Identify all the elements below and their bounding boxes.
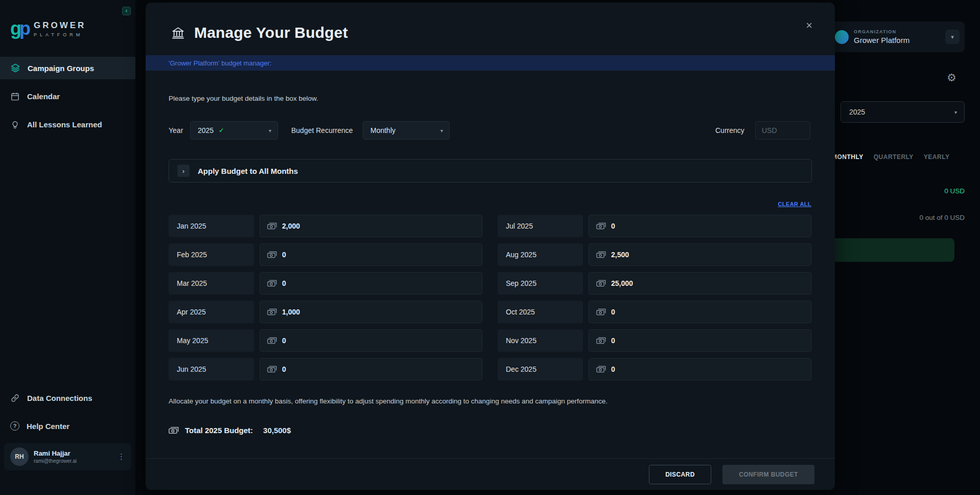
- clear-all-link[interactable]: CLEAR ALL: [778, 201, 811, 207]
- month-budget-input[interactable]: 1,000: [260, 301, 482, 323]
- cash-icon: [267, 280, 277, 287]
- lightbulb-icon: [10, 120, 20, 129]
- sidebar-item-label: Data Connections: [27, 394, 92, 402]
- sidebar-item-data-connections[interactable]: Data Connections: [0, 387, 135, 409]
- organization-meta: ORGANIZATION Grower Platform: [854, 29, 940, 44]
- month-row: Apr 2025 1,000: [169, 301, 482, 323]
- month-row: May 2025 0: [169, 329, 482, 352]
- sidebar-item-calendar[interactable]: Calendar: [0, 85, 135, 107]
- avatar: RH: [10, 447, 29, 466]
- tab-yearly[interactable]: YEARLY: [924, 153, 950, 161]
- month-budget-input[interactable]: 0: [260, 243, 482, 266]
- month-budget-input[interactable]: 2,500: [589, 243, 811, 266]
- month-budget-input[interactable]: 0: [260, 329, 482, 352]
- month-label: Feb 2025: [169, 243, 254, 266]
- sidebar-bottom-nav: Data Connections ? Help Center: [0, 387, 135, 437]
- currency-input[interactable]: USD: [755, 121, 810, 140]
- chevron-right-icon[interactable]: ›: [177, 165, 190, 177]
- tab-monthly[interactable]: MONTHLY: [832, 153, 864, 161]
- month-budget-input[interactable]: 0: [260, 272, 482, 295]
- month-row: Feb 2025 0: [169, 243, 482, 266]
- tab-quarterly[interactable]: QUARTERLY: [874, 153, 914, 161]
- month-label: Mar 2025: [169, 272, 254, 295]
- chevron-down-icon[interactable]: ▾: [945, 30, 960, 44]
- month-label: May 2025: [169, 329, 254, 352]
- user-email: rami@thegrower.ai: [34, 458, 112, 464]
- chevron-down-icon: ▾: [269, 128, 271, 133]
- app-logo: gp GROWER PLATFORM: [10, 19, 86, 38]
- total-budget-row: Total 2025 Budget: 30,500$: [169, 426, 291, 435]
- month-budget-input[interactable]: 0: [589, 215, 811, 237]
- recurrence-select[interactable]: Monthly ▾: [363, 121, 450, 140]
- sidebar-item-help-center[interactable]: ? Help Center: [0, 415, 135, 437]
- cash-icon: [596, 222, 606, 230]
- cash-icon: [596, 308, 606, 316]
- bank-icon: [171, 26, 185, 40]
- month-budget-input[interactable]: 2,000: [260, 215, 482, 237]
- month-budget-value: 25,000: [611, 279, 633, 287]
- confirm-budget-button[interactable]: CONFIRM BUDGET: [722, 465, 814, 484]
- apply-budget-all-months[interactable]: › Apply Budget to All Months: [169, 159, 812, 183]
- month-budget-value: 2,500: [611, 251, 629, 259]
- sidebar-item-lessons-learned[interactable]: All Lessons Learned: [0, 113, 135, 136]
- apply-budget-label: Apply Budget to All Months: [198, 167, 298, 175]
- month-budget-input[interactable]: 0: [260, 358, 482, 380]
- modal-title: Manage Your Budget: [194, 24, 348, 41]
- year-select[interactable]: 2025 ✓ ▾: [190, 121, 278, 140]
- organization-name: Grower Platform: [854, 36, 940, 44]
- discard-button[interactable]: DISCARD: [649, 465, 711, 484]
- sidebar-item-campaign-groups[interactable]: Campaign Groups: [0, 57, 135, 79]
- cash-icon: [169, 426, 179, 434]
- sidebar-item-label: All Lessons Learned: [27, 120, 102, 129]
- user-name: Rami Hajjar: [34, 449, 112, 457]
- months-column-left: Jan 2025 2,000 Feb 2025 0: [169, 215, 482, 380]
- cash-icon: [596, 337, 606, 344]
- total-budget-value: 30,500$: [263, 426, 291, 435]
- background-year-value: 2025: [849, 108, 865, 116]
- month-label: Oct 2025: [498, 301, 583, 323]
- month-budget-input[interactable]: 0: [589, 301, 811, 323]
- logo-text: GROWER PLATFORM: [34, 20, 86, 37]
- month-row: Jan 2025 2,000: [169, 215, 482, 237]
- link-icon: [10, 393, 20, 403]
- gear-icon[interactable]: ⚙: [947, 72, 956, 84]
- month-label: Jun 2025: [169, 358, 254, 380]
- question-icon: ?: [10, 421, 19, 431]
- year-select-value: 2025: [198, 126, 214, 134]
- month-label: Nov 2025: [498, 329, 583, 352]
- cash-icon: [267, 222, 277, 230]
- user-profile-card[interactable]: RH Rami Hajjar rami@thegrower.ai ⋮: [4, 443, 131, 470]
- modal-header: Manage Your Budget: [171, 23, 348, 42]
- month-budget-value: 0: [282, 336, 286, 345]
- sidebar-collapse-button[interactable]: ‹: [122, 7, 131, 15]
- more-options-icon[interactable]: ⋮: [118, 452, 125, 461]
- allocation-note: Allocate your budget on a monthly basis,…: [169, 397, 608, 405]
- month-budget-value: 0: [282, 365, 286, 373]
- month-label: Dec 2025: [498, 358, 583, 380]
- cash-icon: [267, 337, 277, 344]
- calendar-icon: [10, 92, 20, 101]
- cash-icon: [267, 366, 277, 373]
- month-budget-value: 0: [282, 251, 286, 259]
- recurrence-select-value: Monthly: [370, 126, 395, 134]
- budget-amount-green: 0 USD: [944, 187, 965, 195]
- sidebar-nav: Campaign Groups Calendar All Lessons Lea…: [0, 57, 135, 136]
- year-label: Year: [169, 121, 183, 140]
- month-budget-value: 0: [611, 222, 615, 230]
- modal-footer: DISCARD CONFIRM BUDGET: [146, 458, 835, 490]
- background-year-dropdown[interactable]: 2025 ▾: [841, 101, 965, 123]
- sidebar: ‹ gp GROWER PLATFORM Campaign Groups Cal…: [0, 0, 135, 495]
- month-budget-input[interactable]: 0: [589, 358, 811, 380]
- organization-selector[interactable]: ORGANIZATION Grower Platform ▾: [828, 21, 965, 52]
- month-row: Dec 2025 0: [498, 358, 811, 380]
- month-budget-value: 0: [611, 336, 615, 345]
- close-icon[interactable]: ×: [806, 20, 812, 31]
- month-row: Jun 2025 0: [169, 358, 482, 380]
- month-row: Oct 2025 0: [498, 301, 811, 323]
- logo-line1: GROWER: [34, 20, 86, 31]
- month-budget-input[interactable]: 25,000: [589, 272, 811, 295]
- month-budget-input[interactable]: 0: [589, 329, 811, 352]
- cash-icon: [596, 280, 606, 287]
- budget-progress-bar: [823, 238, 954, 262]
- logo-line2: PLATFORM: [34, 32, 86, 37]
